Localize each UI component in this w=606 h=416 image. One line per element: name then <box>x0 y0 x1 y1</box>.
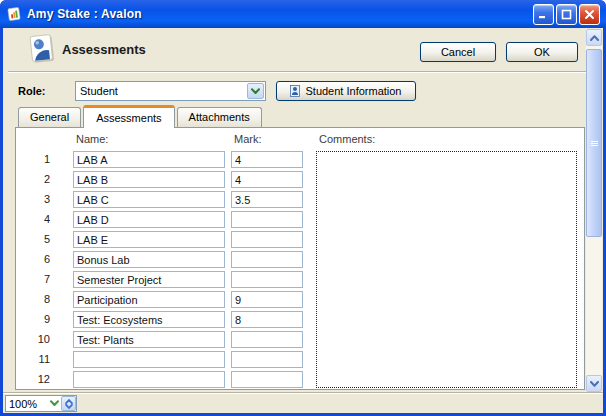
assessment-mark-input[interactable] <box>231 251 303 268</box>
zoom-value: 100% <box>6 398 47 410</box>
assessment-row: 8 <box>16 291 316 308</box>
student-information-label: Student Information <box>305 82 401 100</box>
assessment-name-input[interactable] <box>73 231 225 248</box>
zoom-dropdown-button[interactable] <box>47 400 61 407</box>
assessment-mark-input[interactable] <box>231 331 303 348</box>
chevron-down-icon <box>590 381 599 387</box>
assessment-name-input[interactable] <box>73 331 225 348</box>
scroll-up-button[interactable] <box>586 29 602 46</box>
assessment-name-input[interactable] <box>73 371 225 388</box>
assessment-mark-input[interactable] <box>231 211 303 228</box>
dialog-window: Amy Stake : Avalon Assessments Cancel OK… <box>0 0 606 416</box>
assessment-name-input[interactable] <box>73 151 225 168</box>
row-number: 1 <box>24 153 50 165</box>
window-controls <box>533 4 600 25</box>
scrollbar-grip <box>591 140 598 147</box>
assessment-row: 7 <box>16 271 316 288</box>
assessment-mark-input[interactable] <box>231 351 303 368</box>
assessment-mark-input[interactable] <box>231 171 303 188</box>
assessment-name-input[interactable] <box>73 351 225 368</box>
assessment-row: 9 <box>16 311 316 328</box>
mark-column-header: Mark: <box>234 133 262 145</box>
assessment-row: 2 <box>16 171 316 188</box>
tab-attachments[interactable]: Attachments <box>177 107 262 127</box>
person-icon <box>290 85 300 97</box>
close-icon <box>584 9 595 20</box>
assessment-mark-input[interactable] <box>231 231 303 248</box>
zoom-spinner-button[interactable] <box>61 396 76 411</box>
assessment-row: 1 <box>16 151 316 168</box>
role-select[interactable]: Student <box>75 81 266 101</box>
assessment-mark-input[interactable] <box>231 191 303 208</box>
assessment-mark-input[interactable] <box>231 271 303 288</box>
assessment-mark-input[interactable] <box>231 371 303 388</box>
assessment-row: 5 <box>16 231 316 248</box>
assessment-name-input[interactable] <box>73 251 225 268</box>
row-number: 3 <box>24 193 50 205</box>
zoom-control[interactable]: 100% <box>5 395 77 412</box>
ok-button[interactable]: OK <box>506 42 578 62</box>
minimize-icon <box>538 9 549 20</box>
chevron-up-icon <box>590 35 599 41</box>
student-information-button[interactable]: Student Information <box>276 81 416 101</box>
titlebar[interactable]: Amy Stake : Avalon <box>0 0 606 28</box>
status-bar: 100% <box>3 392 603 413</box>
assessment-name-input[interactable] <box>73 291 225 308</box>
chevron-down-icon <box>251 88 260 95</box>
assessment-row: 10 <box>16 331 316 348</box>
role-selected-value: Student <box>76 85 247 97</box>
assessment-row: 11 <box>16 351 316 368</box>
combo-arrow-button[interactable] <box>247 83 264 99</box>
assessment-name-input[interactable] <box>73 211 225 228</box>
tab-bar: GeneralAssessmentsAttachments <box>18 105 264 128</box>
assessment-name-input[interactable] <box>73 271 225 288</box>
row-number: 6 <box>24 253 50 265</box>
row-number: 5 <box>24 233 50 245</box>
name-column-header: Name: <box>76 133 108 145</box>
assessment-mark-input[interactable] <box>231 311 303 328</box>
close-button[interactable] <box>579 4 600 25</box>
assessment-row: 4 <box>16 211 316 228</box>
header-divider <box>8 71 586 73</box>
role-label: Role: <box>18 85 46 97</box>
assessment-row: 3 <box>16 191 316 208</box>
row-number: 11 <box>24 353 50 365</box>
assessment-name-input[interactable] <box>73 311 225 328</box>
assessments-person-icon <box>26 33 58 67</box>
app-icon <box>6 6 22 22</box>
spinner-down-icon <box>65 404 73 409</box>
assessment-row: 12 <box>16 371 316 388</box>
tab-assessments[interactable]: Assessments <box>83 105 174 128</box>
assessment-name-input[interactable] <box>73 171 225 188</box>
tab-general[interactable]: General <box>18 107 81 127</box>
assessment-name-input[interactable] <box>73 191 225 208</box>
row-number: 7 <box>24 273 50 285</box>
scrollbar-thumb[interactable] <box>586 49 602 237</box>
scroll-down-button[interactable] <box>586 375 602 392</box>
page-title: Assessments <box>62 42 146 57</box>
row-number: 4 <box>24 213 50 225</box>
vertical-scrollbar[interactable] <box>586 29 602 392</box>
row-number: 10 <box>24 333 50 345</box>
assessments-panel: Name: Mark: Comments: 123456789101112 <box>15 127 585 390</box>
assessment-mark-input[interactable] <box>231 291 303 308</box>
maximize-icon <box>561 9 572 20</box>
cancel-button[interactable]: Cancel <box>420 42 496 62</box>
row-number: 9 <box>24 313 50 325</box>
maximize-button[interactable] <box>556 4 577 25</box>
row-number: 12 <box>24 373 50 385</box>
comments-header: Comments: <box>319 133 375 145</box>
assessment-mark-input[interactable] <box>231 151 303 168</box>
comments-textarea[interactable] <box>316 151 577 388</box>
window-title: Amy Stake : Avalon <box>27 7 533 21</box>
row-number: 8 <box>24 293 50 305</box>
minimize-button[interactable] <box>533 4 554 25</box>
row-number: 2 <box>24 173 50 185</box>
assessment-row: 6 <box>16 251 316 268</box>
chevron-down-icon <box>50 400 59 407</box>
